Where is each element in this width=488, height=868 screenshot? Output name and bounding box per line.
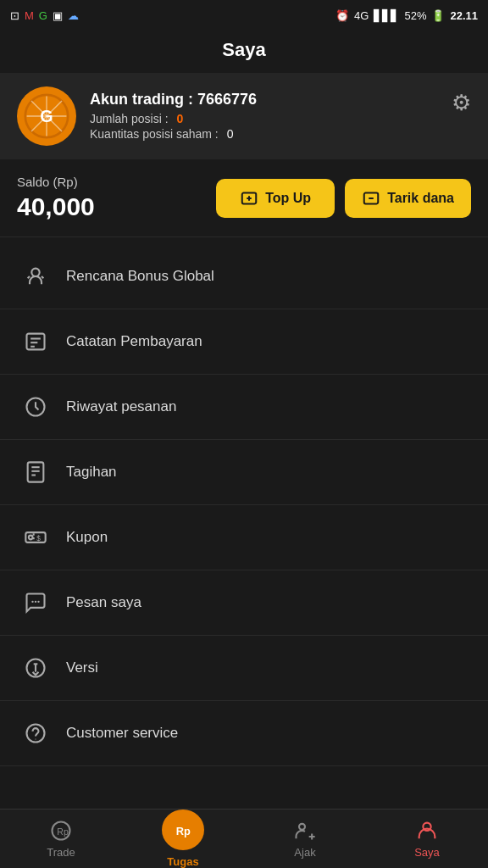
menu-label-rencana-bonus: Rencana Bonus Global [66,268,214,285]
bonus-icon [20,261,51,292]
menu-label-riwayat-pesanan: Riwayat pesanan [66,398,176,415]
signal-bars: ▋▋▋ [374,9,399,22]
tarik-dana-button[interactable]: Tarik dana [345,179,471,218]
menu-item-pesan-saya[interactable]: Pesan saya [0,570,488,636]
menu-item-tagihan[interactable]: Tagihan [0,440,488,505]
nav-label-saya: Saya [414,846,440,859]
tugas-circle: Rp [162,810,204,850]
screenshot-icon: ⊡ [10,9,19,22]
svg-text:Rp: Rp [176,825,191,837]
payment-icon [20,326,51,357]
menu-label-customer-service: Customer service [66,725,178,742]
balance-actions: Top Up Tarik dana [216,179,471,218]
coupon-icon: $ [20,522,51,553]
svg-point-26 [35,601,36,603]
balance-section: Saldo (Rp) 40,000 Top Up Tarik dana [0,159,488,237]
battery-percent: 52% [404,9,426,22]
settings-icon[interactable]: ⚙ [452,90,471,116]
menu-label-pesan-saya: Pesan saya [66,594,141,611]
balance-label: Saldo (Rp) [17,175,95,189]
menu-label-tagihan: Tagihan [66,464,117,481]
menu-item-versi[interactable]: Versi [0,636,488,701]
svg-point-25 [31,601,33,603]
support-icon [20,718,51,748]
menu-item-kupon[interactable]: $ Kupon [0,505,488,570]
nav-item-tugas[interactable]: Rp Tugas [122,810,244,868]
page-title: Saya [222,39,265,60]
svg-point-36 [299,824,305,830]
menu-label-catatan-pembayaran: Catatan Pembayaran [66,333,202,350]
kuantitas-row: Kuantitas posisi saham : 0 [90,127,471,141]
menu-item-riwayat-pesanan[interactable]: Riwayat pesanan [0,375,488,440]
profile-section: G Akun trading : 7666776 Jumlah posisi :… [0,73,488,159]
topup-button[interactable]: Top Up [216,179,335,218]
svg-point-22 [29,536,33,540]
svg-point-27 [37,601,39,603]
app-icon-green: G [39,9,47,22]
time-display: 22.11 [450,9,478,22]
menu-label-versi: Versi [66,659,98,676]
svg-text:$: $ [36,535,41,542]
menu-label-kupon: Kupon [66,529,108,546]
posisi-row: Jumlah posisi : 0 [90,112,471,125]
menu-item-rencana-bonus[interactable]: Rencana Bonus Global [0,244,488,309]
menu-list: Rencana Bonus Global Catatan Pembayaran … [0,244,488,766]
status-right-info: ⏰ 4G ▋▋▋ 52% 🔋 22.11 [336,9,478,22]
svg-point-11 [31,269,39,276]
signal-4g: 4G [354,9,369,22]
nav-item-saya[interactable]: Saya [366,810,488,868]
account-title: Akun trading : 7666776 [90,91,471,108]
nav-label-tugas: Tugas [167,855,198,868]
nav-label-trade: Trade [47,846,75,859]
nav-item-ajak[interactable]: Ajak [244,810,366,868]
svg-text:G: G [40,107,53,125]
gmail-icon: M [25,9,34,22]
balance-info: Saldo (Rp) 40,000 [17,175,95,221]
svg-text:Rp: Rp [57,826,69,837]
profile-info: Akun trading : 7666776 Jumlah posisi : 0… [90,91,471,142]
brand-logo: G [17,86,76,146]
version-icon [20,653,51,683]
svg-point-32 [35,738,36,739]
svg-rect-17 [28,462,44,481]
menu-item-catatan-pembayaran[interactable]: Catatan Pembayaran [0,309,488,375]
invoice-icon [20,457,51,487]
bottom-navigation: Rp Trade Rp Tugas Ajak Saya [0,809,488,868]
history-icon [20,392,51,422]
status-left-icons: ⊡ M G ▣ ☁ [10,9,79,22]
balance-amount: 40,000 [17,192,95,221]
nav-item-trade[interactable]: Rp Trade [0,810,122,868]
svg-rect-12 [27,334,45,350]
menu-item-customer-service[interactable]: Customer service [0,701,488,766]
alarm-icon: ⏰ [336,9,349,22]
message-icon [20,587,51,618]
weather-icon: ☁ [68,9,79,22]
status-bar: ⊡ M G ▣ ☁ ⏰ 4G ▋▋▋ 52% 🔋 22.11 [0,0,488,31]
nav-label-ajak: Ajak [294,846,315,859]
page-header: Saya [0,31,488,73]
battery-icon: 🔋 [431,9,445,22]
app-icon-2: ▣ [53,9,63,22]
